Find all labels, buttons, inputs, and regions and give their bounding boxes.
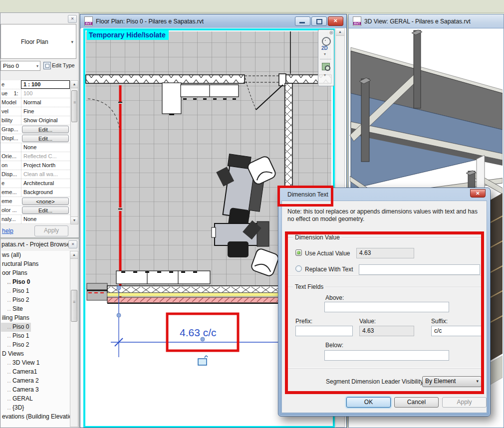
browser-scrollbar[interactable]: ▲ bbox=[70, 251, 78, 427]
property-label: Model bbox=[0, 98, 21, 107]
hide-isolate-badge[interactable]: Temporary Hide/Isolate bbox=[87, 30, 169, 40]
chevron-down-icon[interactable]: ▾ bbox=[324, 52, 326, 56]
revit-application: ✕ Floor Plan ▾ Piso 0 ▾ Edit Type e1 : 1… bbox=[0, 0, 504, 428]
cancel-button[interactable]: Cancel bbox=[394, 397, 439, 408]
dimension[interactable]: 4.63 c/c bbox=[111, 286, 281, 357]
scroll-up-icon[interactable]: ▲ bbox=[70, 251, 78, 259]
apply-button[interactable]: Apply bbox=[442, 397, 487, 408]
browser-item[interactable]: GERAL bbox=[1, 395, 70, 404]
browser-item[interactable]: oor Plans bbox=[1, 269, 70, 278]
scrollbar-thumb[interactable] bbox=[71, 90, 77, 122]
property-edit-button[interactable]: <none> bbox=[22, 198, 69, 205]
plan-window-title: Floor Plan: Piso 0 - Pilares e Sapatas.r… bbox=[96, 18, 204, 25]
project-browser-tree: ws (all)ructural Plansoor PlansPiso 0Pis… bbox=[1, 251, 70, 427]
dimension-text-grip[interactable] bbox=[201, 337, 205, 341]
instance-name: Piso 0 bbox=[3, 63, 19, 69]
scroll-down-icon[interactable]: ▼ bbox=[71, 216, 78, 224]
property-row: olor ...Edit... bbox=[0, 206, 70, 215]
browser-item[interactable]: Piso 0 bbox=[1, 278, 70, 287]
plan-window-titlebar[interactable]: Floor Plan: Piso 0 - Pilares e Sapatas.r… bbox=[80, 14, 346, 28]
property-value[interactable]: 1 : 100 bbox=[21, 80, 70, 89]
dimension-grip[interactable] bbox=[117, 313, 121, 317]
browser-item[interactable]: iling Plans bbox=[1, 314, 70, 323]
browser-item[interactable]: {3D} bbox=[1, 404, 70, 413]
dimension-grip[interactable] bbox=[117, 286, 121, 290]
view3d-titlebar[interactable]: 3D View: GERAL - Pilares e Sapatas.rvt bbox=[349, 14, 504, 28]
project-browser-title: patas.rvt - Project Browser bbox=[1, 241, 72, 248]
edit-type-icon bbox=[43, 62, 51, 69]
property-edit-button[interactable]: Edit... bbox=[22, 126, 69, 133]
edit-text-cursor-icon bbox=[198, 356, 208, 365]
scrollbar-thumb[interactable] bbox=[71, 290, 77, 322]
navbar-close-icon[interactable]: ⊗ bbox=[329, 30, 333, 35]
nav-2d-label[interactable]: 2D bbox=[321, 45, 328, 51]
scroll-up-icon[interactable]: ▲ bbox=[336, 28, 344, 36]
bottom-casework bbox=[116, 271, 210, 284]
browser-item[interactable]: Piso 0 bbox=[1, 323, 31, 332]
zoom-icon[interactable] bbox=[322, 63, 330, 70]
browser-item[interactable]: ructural Plans bbox=[1, 260, 70, 269]
properties-grid: e1 : 100ue 1:100ModelNormalvelFinebility… bbox=[0, 80, 70, 224]
property-value: None bbox=[21, 143, 70, 152]
properties-scrollbar[interactable]: ▲ ▼ bbox=[70, 80, 78, 224]
minimize-button[interactable] bbox=[295, 16, 310, 26]
close-icon[interactable]: ✕ bbox=[68, 240, 77, 248]
rvt-file-icon bbox=[353, 16, 361, 26]
property-row: None bbox=[0, 143, 70, 152]
properties-palette: ✕ Floor Plan ▾ Piso 0 ▾ Edit Type e1 : 1… bbox=[0, 12, 79, 238]
type-selector[interactable]: Floor Plan ▾ bbox=[0, 24, 76, 59]
dimension-text[interactable]: 4.63 c/c bbox=[180, 327, 217, 338]
property-row: Grap...Edit... bbox=[0, 125, 70, 134]
browser-item[interactable]: D Views bbox=[1, 350, 70, 359]
scroll-up-icon[interactable]: ▲ bbox=[71, 81, 78, 88]
property-edit-button[interactable]: Edit... bbox=[22, 207, 69, 214]
browser-item[interactable]: Piso 2 bbox=[1, 296, 70, 305]
browser-item[interactable]: Piso 1 bbox=[1, 287, 70, 296]
property-label: naly... bbox=[0, 215, 21, 223]
ok-button[interactable]: OK bbox=[346, 397, 391, 408]
edit-type-button[interactable]: Edit Type bbox=[43, 60, 79, 71]
browser-item[interactable]: Camera 2 bbox=[1, 377, 70, 386]
browser-item[interactable]: 3D View 1 bbox=[1, 359, 70, 368]
restore-button[interactable] bbox=[311, 16, 327, 26]
browser-item[interactable]: evations (Building Elevatio bbox=[1, 413, 70, 422]
property-label bbox=[0, 143, 21, 152]
dialog-note: Note: this tool replaces or appends dime… bbox=[287, 208, 484, 223]
apply-button[interactable]: Apply bbox=[34, 225, 68, 236]
browser-item[interactable]: ws (all) bbox=[1, 251, 70, 260]
property-row: ModelNormal bbox=[0, 98, 70, 107]
chevron-down-icon[interactable]: ▾ bbox=[71, 39, 73, 44]
close-button[interactable]: ✕ bbox=[470, 189, 486, 198]
close-button[interactable]: ✕ bbox=[328, 16, 343, 26]
property-label: on bbox=[0, 161, 21, 170]
property-value: Reflected C... bbox=[21, 152, 70, 161]
property-label: Orie... bbox=[0, 152, 21, 161]
close-icon[interactable]: ✕ bbox=[68, 15, 77, 23]
instance-combo[interactable]: Piso 0 ▾ bbox=[0, 61, 40, 71]
chevron-down-icon[interactable]: ▾ bbox=[324, 73, 326, 77]
property-value: Architectural bbox=[21, 179, 70, 188]
restore-icon bbox=[316, 19, 322, 24]
property-value: Clean all wa... bbox=[21, 170, 70, 179]
steering-wheel-icon[interactable] bbox=[322, 37, 331, 46]
property-value: 100 bbox=[21, 89, 70, 98]
browser-item[interactable]: Camera 3 bbox=[1, 386, 70, 395]
property-label: olor ... bbox=[0, 206, 21, 214]
property-row: Displ...Edit... bbox=[0, 134, 70, 143]
property-label: e bbox=[0, 80, 21, 89]
property-value: Normal bbox=[21, 98, 70, 107]
annotation-rect-dimension-value bbox=[285, 231, 484, 394]
properties-help-link[interactable]: help bbox=[2, 227, 13, 234]
ribbon-bottom-strip bbox=[0, 0, 504, 13]
view3d-title: 3D View: GERAL - Pilares e Sapatas.rvt bbox=[364, 18, 471, 25]
minimize-icon bbox=[299, 22, 305, 23]
property-label: eme bbox=[0, 197, 21, 206]
browser-item[interactable]: Site bbox=[1, 305, 70, 314]
browser-item[interactable]: Piso 1 bbox=[1, 332, 70, 341]
browser-item[interactable]: Camera1 bbox=[1, 368, 70, 377]
navigation-bar[interactable]: ⊗ 2D ▾ ▾ bbox=[318, 29, 334, 86]
chevron-down-icon[interactable]: ▾ bbox=[36, 64, 38, 68]
property-edit-button[interactable]: Edit... bbox=[22, 135, 69, 142]
browser-item[interactable]: Piso 2 bbox=[1, 341, 70, 350]
property-row: onProject North bbox=[0, 161, 70, 170]
